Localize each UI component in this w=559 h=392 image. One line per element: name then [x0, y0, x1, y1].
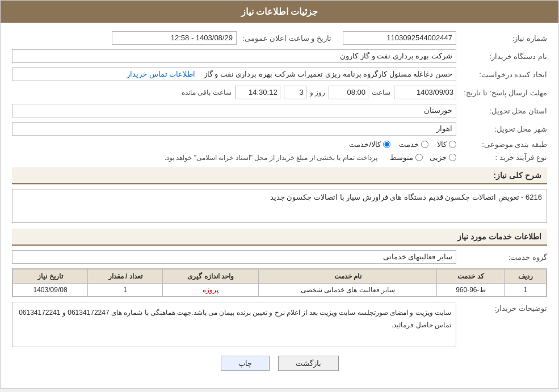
- reply-days-label: روز و: [310, 88, 325, 96]
- purchase-medium-radio[interactable]: [415, 154, 423, 161]
- reply-time-value: 08:00: [329, 86, 368, 99]
- col-unit: واحد اندازه گیری: [163, 269, 259, 284]
- contact-link[interactable]: اطلاعات تماس خریدار: [127, 70, 195, 78]
- buyer-notes-label: توضیحات خریدار:: [456, 302, 547, 313]
- page-title: جزئیات اطلاعات نیاز: [1, 1, 558, 23]
- date-value: 1403/08/29 - 12:58: [112, 31, 237, 45]
- reply-time-label: ساعت: [372, 88, 390, 96]
- category-kala-label: کالا: [437, 140, 447, 149]
- buyer-org-label: نام دستگاه خریدار:: [456, 52, 547, 61]
- cell-row: 1: [505, 284, 547, 297]
- province-label: استان محل تحویل:: [456, 107, 547, 115]
- category-radio-group: کالا خدمت کالا/خدمت: [12, 140, 456, 149]
- purchase-medium-item: متوسط: [390, 153, 423, 162]
- category-label: طبقه بندی موضوعی:: [456, 140, 547, 149]
- cell-name: سایر فعالیت های خدماتی شخصی: [259, 284, 437, 297]
- requester-text: حسن دغاغله مسئول کارگروه برنامه ریزی تعم…: [204, 70, 452, 78]
- cell-date: 1403/09/08: [13, 284, 88, 297]
- buyer-org-value: شرکت بهره برداری نفت و گاز کارون: [12, 49, 456, 63]
- services-table: ردیف کد خدمت نام خدمت واحد اندازه گیری ت…: [12, 269, 547, 297]
- province-value: خوزستان: [12, 104, 456, 117]
- cell-unit: پروژه: [163, 284, 259, 297]
- table-row: 1 ط-96-960 سایر فعالیت های خدماتی شخصی پ…: [13, 284, 547, 297]
- category-both-item: کالا/خدمت: [349, 140, 390, 149]
- cell-code: ط-96-960: [437, 284, 505, 297]
- category-service-label: خدمت: [399, 140, 419, 149]
- category-service-radio[interactable]: [421, 141, 428, 148]
- purchase-note: پرداخت تمام یا بخشی از مبلغ خریدار از مح…: [165, 154, 377, 162]
- purchase-type-label: نوع فرآیند خرید :: [456, 153, 547, 162]
- col-name: نام خدمت: [259, 269, 437, 284]
- cell-qty: 1: [88, 284, 163, 297]
- col-date: تاریخ نیاز: [13, 269, 88, 284]
- col-row: ردیف: [505, 269, 547, 284]
- reply-days-value: 3: [284, 86, 306, 99]
- description-value: 6216 - تعویض اتصالات چکسون قدیم دستگاه ه…: [12, 189, 547, 223]
- category-both-label: کالا/خدمت: [349, 140, 381, 149]
- description-section-title: شرح کلی نیاز:: [12, 167, 547, 184]
- reply-date-value: 1403/09/03: [394, 86, 456, 99]
- date-label: تاریخ و ساعت اعلان عمومی:: [237, 34, 331, 43]
- reply-remaining-value: 14:30:12: [235, 86, 280, 99]
- col-qty: تعداد / مقدار: [88, 269, 163, 284]
- buyer-notes-value: سایت ویزیت و امضای صورتجلسه سایت ویزیت ب…: [12, 302, 456, 347]
- city-value: اهواز: [12, 122, 456, 136]
- city-label: شهر محل تحویل:: [456, 125, 547, 133]
- purchase-medium-label: متوسط: [390, 153, 413, 162]
- need-number-value: 1103092544002447: [343, 31, 456, 45]
- need-number-label: شماره نیاز:: [456, 34, 547, 43]
- col-code: کد خدمت: [437, 269, 505, 284]
- category-kala-radio[interactable]: [449, 141, 456, 148]
- purchase-options-group: جزیی متوسط پرداخت تمام یا بخشی از مبلغ خ…: [12, 153, 456, 162]
- reply-remaining-label: ساعت باقی مانده: [182, 88, 232, 96]
- purchase-partial-label: جزیی: [430, 153, 447, 162]
- purchase-partial-item: جزیی: [430, 153, 456, 162]
- service-group-label: گروه خدمت:: [456, 253, 547, 262]
- services-section-title: اطلاعات خدمات مورد نیاز: [12, 229, 547, 246]
- category-both-radio[interactable]: [383, 141, 390, 148]
- category-kala-item: کالا: [437, 140, 456, 149]
- purchase-partial-radio[interactable]: [449, 154, 456, 161]
- service-group-value: سایر فعالیتهای خدماتی: [12, 250, 456, 264]
- back-button[interactable]: بازگشت: [278, 356, 339, 371]
- reply-deadline-label: مهلت ارسال پاسخ: تا تاریخ:: [456, 88, 547, 97]
- print-button[interactable]: چاپ: [221, 356, 270, 371]
- requester-value: حسن دغاغله مسئول کارگروه برنامه ریزی تعم…: [12, 68, 456, 81]
- requester-label: ایجاد کننده درخواست:: [456, 70, 547, 79]
- category-service-item: خدمت: [399, 140, 428, 149]
- services-table-container: ردیف کد خدمت نام خدمت واحد اندازه گیری ت…: [12, 268, 547, 297]
- buttons-row: بازگشت چاپ: [12, 356, 547, 371]
